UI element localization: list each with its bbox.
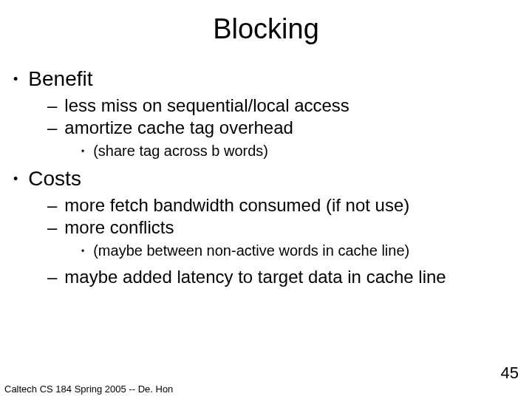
benefit-sub-2: – amortize cache tag overhead <box>47 117 519 138</box>
dash-icon: – <box>47 267 57 287</box>
costs-sub-2-text: more conflicts <box>64 217 174 238</box>
slide-body: • Benefit – less miss on sequential/loca… <box>0 67 532 287</box>
costs-sub-1-text: more fetch bandwidth consumed (if not us… <box>64 195 409 216</box>
benefit-sub-1-text: less miss on sequential/local access <box>64 95 349 116</box>
dash-icon: – <box>47 195 57 216</box>
costs-subsub: • (maybe between non-active words in cac… <box>81 242 519 259</box>
benefit-subsub: • (share tag across b words) <box>81 143 519 160</box>
dash-icon: – <box>47 217 57 238</box>
bullet-icon: • <box>81 246 84 256</box>
bullet-costs: • Costs <box>13 167 519 191</box>
costs-sub-3: – maybe added latency to target data in … <box>47 267 519 287</box>
bullet-costs-label: Costs <box>28 167 81 191</box>
page-number: 45 <box>501 364 519 383</box>
costs-sub-1: – more fetch bandwidth consumed (if not … <box>47 195 519 216</box>
bullet-icon: • <box>13 72 18 87</box>
benefit-sub-2-text: amortize cache tag overhead <box>64 117 293 138</box>
bullet-icon: • <box>13 171 18 187</box>
bullet-benefit: • Benefit <box>13 67 519 91</box>
slide-title: Blocking <box>0 13 532 45</box>
costs-subsub-text: (maybe between non-active words in cache… <box>93 242 409 259</box>
footer-text: Caltech CS 184 Spring 2005 -- De. Hon <box>4 383 173 395</box>
benefit-sub-1: – less miss on sequential/local access <box>47 95 519 116</box>
costs-sub-2: – more conflicts <box>47 217 519 238</box>
benefit-subsub-text: (share tag across b words) <box>93 143 268 160</box>
dash-icon: – <box>47 95 57 116</box>
bullet-icon: • <box>81 146 84 157</box>
dash-icon: – <box>47 117 57 138</box>
costs-sub-3-text: maybe added latency to target data in ca… <box>64 267 446 287</box>
bullet-benefit-label: Benefit <box>28 67 92 91</box>
